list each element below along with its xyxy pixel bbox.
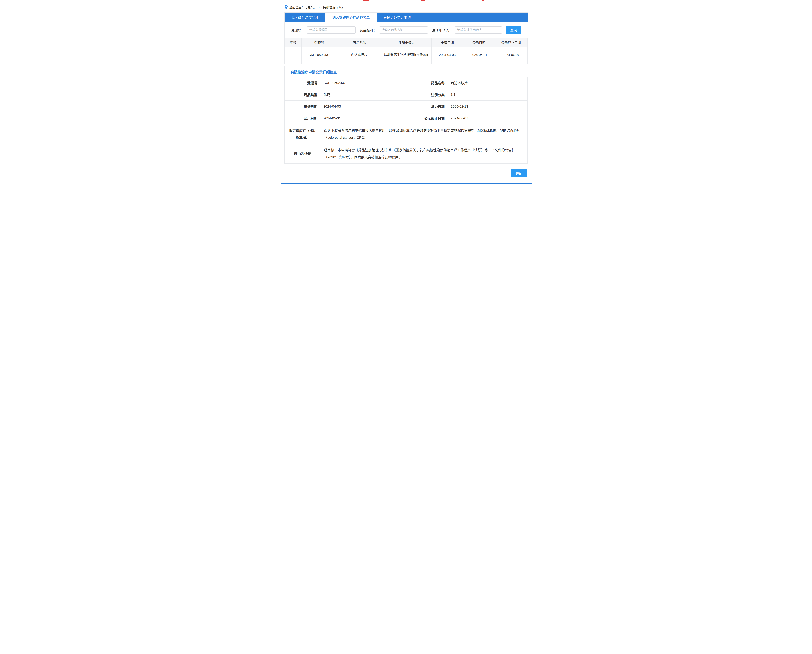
header-acceptance-no: 受理号 xyxy=(302,38,337,47)
footer-top-strip xyxy=(280,183,532,183)
detail-value: 1.1 xyxy=(448,89,527,101)
cell-apply-date: 2024-04-03 xyxy=(432,47,463,63)
detail-row-reason: 理由及依据 经审核，本申请符合《药品注册管理办法》和《国家药监局关于发布突破性治… xyxy=(285,144,527,164)
drug-name-field-group: 药品名称： xyxy=(360,26,428,34)
detail-value: 2024-05-31 xyxy=(321,112,412,124)
detail-value: 2024-06-07 xyxy=(448,112,527,124)
detail-row: 公示日期 2024-05-31 公示截止日期 2024-06-07 xyxy=(285,112,527,124)
detail-row: 申请日期 2024-04-03 承办日期 2006-02-13 xyxy=(285,101,527,112)
applicant-input[interactable] xyxy=(455,26,502,34)
header-apply-date: 申请日期 xyxy=(432,38,463,47)
table-row[interactable]: 1 CXHL0502437 西达本胺片 深圳微芯生物科技有限责任公司 2024-… xyxy=(285,47,527,63)
detail-title: 突破性治疗申请公示详细信息 xyxy=(285,66,528,77)
cell-acceptance-no: CXHL0502437 xyxy=(302,47,337,63)
clipped-content-fragment xyxy=(363,0,369,1)
acceptance-no-field-group: 受理号： xyxy=(291,26,355,34)
table-row-clipped xyxy=(285,63,527,64)
detail-row: 药品类型 化药 注册分类 1.1 xyxy=(285,89,527,101)
query-button[interactable]: 查询 xyxy=(506,26,521,34)
header-publicity-date: 公示日期 xyxy=(463,38,495,47)
cell-drug-name: 西达本胺片 xyxy=(337,47,382,63)
acceptance-no-label: 受理号： xyxy=(291,28,305,32)
detail-table: 受理号 CXHL0502437 药品名称 西达本胺片 药品类型 化药 注册分类 … xyxy=(285,77,528,164)
detail-label: 承办日期 xyxy=(412,101,448,112)
header-publicity-end-date: 公示截止日期 xyxy=(495,38,527,47)
tab-proposed-breakthrough-varieties[interactable]: 拟突破性治疗品种 xyxy=(285,13,325,22)
applicant-field-group: 注册申请人： xyxy=(432,26,502,34)
detail-label: 申请日期 xyxy=(285,101,321,112)
tab-bar: 拟突破性治疗品种 纳入突破性治疗品种名单 异议论证结果查询 xyxy=(285,13,528,22)
detail-value: 化药 xyxy=(321,89,412,101)
applicant-label: 注册申请人： xyxy=(432,28,453,32)
cell-publicity-date: 2024-05-31 xyxy=(463,47,495,63)
detail-row: 受理号 CXHL0502437 药品名称 西达本胺片 xyxy=(285,77,527,89)
detail-value: 2006-02-13 xyxy=(448,101,527,112)
results-table-header-row: 序号 受理号 药品名称 注册申请人 申请日期 公示日期 公示截止日期 xyxy=(285,38,527,47)
detail-label: 药品名称 xyxy=(412,77,448,89)
detail-value: CXHL0502437 xyxy=(321,77,412,89)
detail-value: 2024-04-03 xyxy=(321,101,412,112)
drug-name-label: 药品名称： xyxy=(360,28,377,32)
tab-included-breakthrough-list[interactable]: 纳入突破性治疗品种名单 xyxy=(325,13,377,22)
cell-applicant: 深圳微芯生物科技有限责任公司 xyxy=(381,47,432,63)
cell-seq: 1 xyxy=(285,47,302,63)
detail-row-indication: 拟定适应症（或功能主治） 西达本胺联合信迪利单抗和贝伐珠单抗用于既往≥2线标准治… xyxy=(285,124,527,144)
detail-value: 经审核，本申请符合《药品注册管理办法》和《国家药监局关于发布突破性治疗药物审评工… xyxy=(321,144,527,164)
detail-label: 受理号 xyxy=(285,77,321,89)
detail-value: 西达本胺联合信迪利单抗和贝伐珠单抗用于既往≥2线标准治疗失败的晚期微卫星稳定或错… xyxy=(321,124,527,144)
detail-value: 西达本胺片 xyxy=(448,77,527,89)
acceptance-no-input[interactable] xyxy=(307,26,355,34)
results-table: 序号 受理号 药品名称 注册申请人 申请日期 公示日期 公示截止日期 1 CXH… xyxy=(285,38,528,64)
detail-label: 公示日期 xyxy=(285,112,321,124)
drug-name-input[interactable] xyxy=(379,26,428,34)
query-panel: 拟突破性治疗品种 纳入突破性治疗品种名单 异议论证结果查询 受理号： 药品名称：… xyxy=(284,12,528,64)
detail-label: 理由及依据 xyxy=(285,144,321,164)
detail-label: 药品类型 xyxy=(285,89,321,101)
clipped-content-fragment xyxy=(421,0,426,1)
detail-label: 拟定适应症（或功能主治） xyxy=(285,124,321,144)
detail-panel: 突破性治疗申请公示详细信息 受理号 CXHL0502437 药品名称 西达本胺片… xyxy=(284,66,528,164)
close-button-row: 关闭 xyxy=(280,169,527,177)
tab-objection-demonstration-results[interactable]: 异议论证结果查询 xyxy=(377,13,418,22)
header-drug-name: 药品名称 xyxy=(337,38,382,47)
header-applicant: 注册申请人 xyxy=(381,38,432,47)
close-button[interactable]: 关闭 xyxy=(510,169,527,177)
search-bar: 受理号： 药品名称： 注册申请人： 查询 xyxy=(285,22,528,38)
page: 当前位置：信息公开 > > 突破性治疗公示 拟突破性治疗品种 纳入突破性治疗品种… xyxy=(280,0,532,183)
breadcrumb: 当前位置：信息公开 > > 突破性治疗公示 xyxy=(280,0,532,12)
breadcrumb-text: 当前位置：信息公开 > > 突破性治疗公示 xyxy=(289,5,345,9)
cell-publicity-end-date: 2024-06-07 xyxy=(495,47,527,63)
location-pin-icon xyxy=(285,5,288,9)
clipped-content-fragment xyxy=(483,0,484,1)
header-seq: 序号 xyxy=(285,38,302,47)
detail-label: 注册分类 xyxy=(412,89,448,101)
detail-label: 公示截止日期 xyxy=(412,112,448,124)
